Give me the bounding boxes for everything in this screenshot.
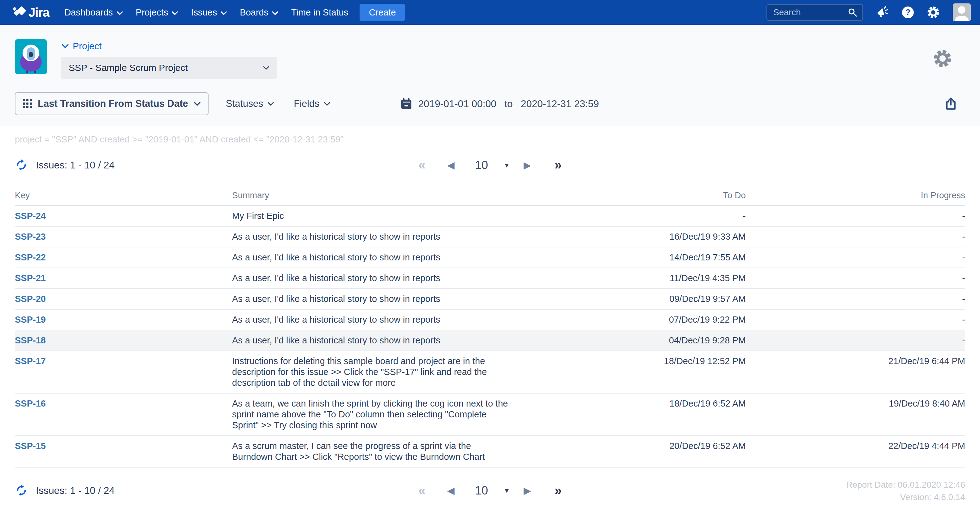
date-from: 2019-01-01 00:00	[418, 98, 496, 110]
chevron-down-icon	[268, 102, 274, 106]
issue-summary: As a scrum master, I can see the progres…	[232, 436, 520, 467]
avatar-head	[958, 6, 966, 14]
nav-item-time-in-status[interactable]: Time in Status	[285, 8, 355, 18]
issue-todo: 09/Dec/19 9:57 AM	[520, 289, 746, 309]
chevron-down-icon	[324, 102, 330, 106]
help-icon[interactable]: ?	[902, 6, 914, 18]
filters-row: Last Transition From Status Date Statuse…	[15, 92, 965, 115]
issue-summary: As a user, I'd like a historical story t…	[232, 227, 520, 247]
create-button[interactable]: Create	[360, 4, 405, 21]
refresh-icon[interactable]	[15, 484, 28, 497]
top-navbar: Jira Dashboards Projects Issues Boards T…	[0, 0, 980, 25]
issue-inprogress: -	[746, 310, 965, 330]
issue-key-link[interactable]: SSP-19	[15, 314, 46, 324]
search-box[interactable]	[767, 4, 863, 21]
pagination-bottom: « ◀ 10 ▼ ▶ »	[418, 484, 562, 497]
issues-bar-top: Issues: 1 - 10 / 24 « ◀ 10 ▼ ▶ »	[0, 156, 980, 174]
column-header-summary: Summary	[232, 190, 520, 200]
column-header-inprogress: In Progress	[746, 190, 965, 200]
fields-dropdown[interactable]: Fields	[294, 98, 330, 109]
feedback-megaphone-icon[interactable]	[876, 6, 889, 19]
nav-item-boards[interactable]: Boards	[233, 8, 285, 18]
pagination-next-icon[interactable]: ▶	[523, 486, 531, 495]
chevron-down-icon	[117, 11, 123, 15]
issue-summary: My First Epic	[232, 206, 520, 226]
table-row: SSP-18 As a user, I'd like a historical …	[15, 330, 965, 351]
pagination-last-icon[interactable]: »	[555, 158, 562, 172]
statuses-dropdown[interactable]: Statuses	[226, 98, 274, 109]
project-section-toggle[interactable]: Project	[62, 41, 277, 51]
issue-key-link[interactable]: SSP-23	[15, 231, 46, 241]
date-range-picker[interactable]: 2019-01-01 00:00 to 2020-12-31 23:59	[400, 97, 599, 110]
issue-todo: 20/Dec/19 6:52 AM	[520, 436, 746, 467]
search-input[interactable]	[773, 8, 848, 18]
export-icon[interactable]	[943, 96, 958, 111]
issue-summary: Instructions for deleting this sample bo…	[232, 351, 520, 393]
issue-todo: 11/Dec/19 4:35 PM	[520, 268, 746, 288]
project-select[interactable]: SSP - Sample Scrum Project	[60, 57, 277, 79]
issue-key-link[interactable]: SSP-16	[15, 399, 46, 409]
report-header-panel: Project SSP - Sample Scrum Project Last …	[0, 25, 980, 126]
nav-item-projects[interactable]: Projects	[129, 8, 185, 18]
issue-inprogress: -	[746, 227, 965, 247]
issue-summary: As a user, I'd like a historical story t…	[232, 310, 520, 330]
page-size-value[interactable]: 10	[475, 159, 488, 171]
pagination-first-icon[interactable]: «	[418, 158, 425, 172]
issue-todo: -	[520, 206, 746, 226]
search-icon	[848, 8, 858, 18]
pagination-next-icon[interactable]: ▶	[523, 160, 531, 170]
issue-key-link[interactable]: SSP-17	[15, 356, 46, 366]
jira-logo[interactable]: Jira	[13, 6, 49, 19]
issue-inprogress: -	[746, 206, 965, 226]
project-label: Project	[73, 41, 102, 51]
issues-table-body: SSP-24 My First Epic - - SSP-23 As a use…	[15, 206, 965, 468]
page-size-caret-icon[interactable]: ▼	[503, 487, 510, 494]
issues-bar-bottom: Issues: 1 - 10 / 24 « ◀ 10 ▼ ▶ » Report …	[0, 481, 980, 500]
page-size-value[interactable]: 10	[475, 485, 488, 496]
table-row: SSP-15 As a scrum master, I can see the …	[15, 436, 965, 468]
issue-summary: As a user, I'd like a historical story t…	[232, 289, 520, 309]
table-row: SSP-24 My First Epic - -	[15, 206, 965, 227]
user-avatar[interactable]	[953, 3, 971, 21]
issue-summary: As a user, I'd like a historical story t…	[232, 247, 520, 268]
pagination-last-icon[interactable]: »	[555, 484, 562, 497]
issue-todo: 04/Dec/19 9:28 PM	[520, 330, 746, 351]
issue-key-link[interactable]: SSP-22	[15, 252, 46, 262]
pagination-top: « ◀ 10 ▼ ▶ »	[418, 158, 562, 172]
issue-key-link[interactable]: SSP-21	[15, 273, 46, 283]
pagination-prev-icon[interactable]: ◀	[447, 486, 455, 495]
issue-inprogress: -	[746, 289, 965, 309]
nav-item-dashboards[interactable]: Dashboards	[58, 8, 129, 18]
settings-gear-icon[interactable]	[927, 6, 940, 19]
nav-item-issues[interactable]: Issues	[185, 8, 233, 18]
issue-key-link[interactable]: SSP-24	[15, 211, 46, 221]
column-header-todo: To Do	[520, 190, 746, 200]
jira-logo-text: Jira	[29, 6, 49, 19]
date-to-word: to	[504, 98, 513, 110]
issue-inprogress: 19/Dec/19 8:40 AM	[746, 394, 965, 435]
issue-todo: 18/Dec/19 6:52 AM	[520, 394, 746, 435]
table-row: SSP-22 As a user, I'd like a historical …	[15, 247, 965, 268]
pagination-prev-icon[interactable]: ◀	[447, 160, 455, 170]
refresh-icon[interactable]	[15, 158, 28, 172]
project-select-value: SSP - Sample Scrum Project	[69, 62, 188, 73]
page-size-caret-icon[interactable]: ▼	[503, 162, 510, 168]
table-header-row: Key Summary To Do In Progress	[15, 187, 965, 206]
project-avatar	[15, 39, 47, 74]
issues-count: Issues: 1 - 10 / 24	[36, 160, 115, 171]
pagination-first-icon[interactable]: «	[418, 484, 425, 497]
issue-inprogress: 22/Dec/19 4:44 PM	[746, 436, 965, 467]
report-settings-gear-icon[interactable]	[933, 49, 952, 69]
report-type-button[interactable]: Last Transition From Status Date	[15, 92, 208, 115]
table-row: SSP-16 As a team, we can finish the spri…	[15, 394, 965, 436]
navbar-right: ?	[767, 3, 971, 21]
issue-key-link[interactable]: SSP-18	[15, 335, 46, 345]
jira-logo-icon	[13, 6, 26, 19]
issue-todo: 16/Dec/19 9:33 AM	[520, 227, 746, 247]
issue-inprogress: 21/Dec/19 6:44 PM	[746, 351, 965, 393]
table-row: SSP-21 As a user, I'd like a historical …	[15, 268, 965, 289]
issue-key-link[interactable]: SSP-20	[15, 294, 46, 304]
issue-inprogress: -	[746, 247, 965, 268]
issue-key-link[interactable]: SSP-15	[15, 441, 46, 451]
issue-inprogress: -	[746, 330, 965, 351]
